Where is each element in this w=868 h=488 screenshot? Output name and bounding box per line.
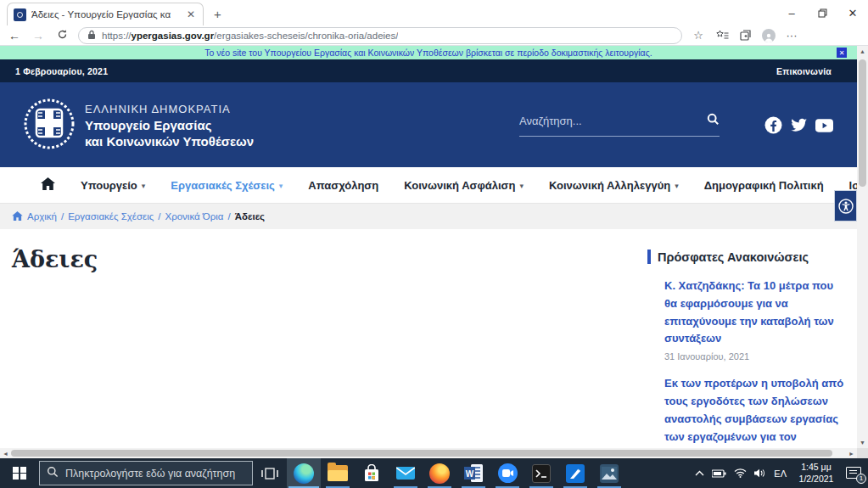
sidebar-heading: Πρόσφατες Ανακοινώσεις xyxy=(647,250,851,264)
windows-logo-icon xyxy=(13,467,26,480)
battery-icon[interactable] xyxy=(712,469,726,478)
restore-button[interactable] xyxy=(807,0,837,25)
add-favorite-icon[interactable]: ☆ xyxy=(691,28,706,43)
snip-sketch-icon xyxy=(566,464,585,483)
back-button[interactable]: ← xyxy=(7,29,22,42)
windows-taskbar: W xyxy=(0,458,868,488)
start-button[interactable] xyxy=(0,458,39,488)
taskbar-app-edge[interactable] xyxy=(287,458,321,488)
breadcrumb-link-chronika-oria[interactable]: Χρονικά Όρια xyxy=(165,211,223,222)
breadcrumb-home-icon[interactable] xyxy=(12,211,23,222)
banner-text: Το νέο site του Υπουργείου Εργασίας και … xyxy=(204,48,652,58)
nav-item-apascholisi[interactable]: Απασχόληση xyxy=(308,179,378,192)
profile-avatar[interactable] xyxy=(762,29,776,42)
taskbar-app-word[interactable]: W xyxy=(456,458,490,488)
taskbar-app-photos[interactable] xyxy=(592,458,626,488)
scroll-left-icon[interactable]: ◄ xyxy=(0,448,11,458)
vertical-scrollbar[interactable]: ▲ ▼ xyxy=(857,46,868,448)
home-icon[interactable] xyxy=(41,177,55,194)
taskbar-app-file-explorer[interactable] xyxy=(321,458,355,488)
nav-item-koinoniki-allilegyi[interactable]: Κοινωνική Αλληλεγγύη xyxy=(549,179,679,192)
tray-chevron-icon[interactable] xyxy=(695,470,704,476)
announcement-link[interactable]: Κ. Χατζηδάκης: Τα 10 μέτρα που θα εφαρμό… xyxy=(664,278,846,348)
clock-date: 1/2/2021 xyxy=(794,474,838,485)
minimize-button[interactable]: – xyxy=(776,0,807,25)
taskbar-search-icon xyxy=(47,466,59,481)
browser-toolbar: ← → https://ypergasias.gov.gr/ergasiakes… xyxy=(0,25,868,46)
search-icon[interactable] xyxy=(707,113,720,129)
scroll-down-icon[interactable]: ▼ xyxy=(857,437,868,448)
ministry-name-line1: Υπουργείο Εργασίας xyxy=(85,117,254,134)
greek-coat-of-arms-logo[interactable] xyxy=(22,97,76,154)
nav-item-ypourgeio[interactable]: Υπουργείο xyxy=(81,179,145,192)
main-content: Άδειες Πρόσφατες Ανακοινώσεις Κ. Χατζηδά… xyxy=(0,229,857,448)
collections-icon[interactable] xyxy=(738,28,753,43)
taskbar-app-store[interactable] xyxy=(355,458,389,488)
clock-time: 1:45 μμ xyxy=(794,462,838,473)
sidebar-accent-bar xyxy=(647,250,651,264)
language-indicator[interactable]: ΕΛ xyxy=(774,468,787,479)
breadcrumb: Αρχική / Εργασιακές Σχέσεις / Χρονικά Όρ… xyxy=(0,204,857,229)
nav-item-ergasiakes-scheseis[interactable]: Εργασιακές Σχέσεις xyxy=(171,179,283,192)
nav-item-dimografiki-politiki[interactable]: Δημογραφική Πολιτική xyxy=(704,179,824,192)
clock[interactable]: 1:45 μμ 1/2/2021 xyxy=(794,462,838,484)
site-search[interactable] xyxy=(519,113,720,137)
taskbar-app-snip-sketch[interactable] xyxy=(558,458,592,488)
test-site-banner: Το νέο site του Υπουργείου Εργασίας και … xyxy=(0,46,857,59)
lock-icon xyxy=(87,28,96,43)
task-view-button[interactable] xyxy=(253,458,287,488)
favorites-bar-icon[interactable] xyxy=(714,28,730,43)
site-header: ΕΛΛΗΝΙΚΗ ΔΗΜΟΚΡΑΤΙΑ Υπουργείο Εργασίας κ… xyxy=(0,82,857,167)
mail-icon xyxy=(396,466,415,480)
banner-close-icon[interactable]: ✕ xyxy=(837,48,847,58)
page-viewport: Το νέο site του Υπουργείου Εργασίας και … xyxy=(0,46,857,448)
settings-menu-icon[interactable]: ··· xyxy=(784,28,799,43)
vertical-scroll-thumb[interactable] xyxy=(859,59,866,187)
taskbar-app-zoom[interactable] xyxy=(490,458,524,488)
taskbar-app-firefox[interactable] xyxy=(423,458,456,488)
scrollbar-corner xyxy=(857,448,868,458)
tab-close-icon[interactable]: ✕ xyxy=(185,8,197,20)
new-tab-button[interactable]: + xyxy=(214,7,221,21)
breadcrumb-link-ergasiakes[interactable]: Εργασιακές Σχέσεις xyxy=(68,211,154,222)
main-navigation: Υπουργείο Εργασιακές Σχέσεις Απασχόληση … xyxy=(0,167,857,204)
announcement-link[interactable]: Εκ των προτέρων η υποβολή από τους εργοδ… xyxy=(664,375,846,448)
browser-titlebar: Άδειες - Υπουργείο Εργασίας κα ✕ + – ✕ xyxy=(0,0,868,25)
taskbar-search-input[interactable] xyxy=(65,468,245,480)
announcement-item: Κ. Χατζηδάκης: Τα 10 μέτρα που θα εφαρμό… xyxy=(664,278,846,362)
firefox-icon xyxy=(429,463,450,484)
recent-announcements-sidebar: Πρόσφατες Ανακοινώσεις Κ. Χατζηδάκης: Τα… xyxy=(647,250,851,448)
scroll-right-icon[interactable]: ► xyxy=(846,448,857,458)
hellenic-republic-label: ΕΛΛΗΝΙΚΗ ΔΗΜΟΚΡΑΤΙΑ xyxy=(85,103,254,117)
twitter-icon[interactable] xyxy=(790,116,808,134)
horizontal-scroll-thumb[interactable] xyxy=(11,450,832,457)
photos-icon xyxy=(600,464,619,483)
refresh-button[interactable] xyxy=(54,29,70,42)
topbar-date: 1 Φεβρουαρίου, 2021 xyxy=(15,66,108,76)
site-search-input[interactable] xyxy=(519,115,707,127)
browser-tab[interactable]: Άδειες - Υπουργείο Εργασίας κα ✕ xyxy=(7,3,204,25)
breadcrumb-separator: / xyxy=(61,211,64,222)
breadcrumb-separator: / xyxy=(158,211,160,222)
ministry-name-line2: και Κοινωνικών Υποθέσεων xyxy=(85,133,254,150)
scroll-up-icon[interactable]: ▲ xyxy=(857,46,868,57)
address-bar[interactable]: https://ypergasias.gov.gr/ergasiakes-sch… xyxy=(78,27,682,44)
taskbar-search[interactable] xyxy=(39,461,253,485)
close-window-button[interactable]: ✕ xyxy=(837,0,868,25)
sidebar-title: Πρόσφατες Ανακοινώσεις xyxy=(658,250,809,264)
announcement-item: Εκ των προτέρων η υποβολή από τους εργοδ… xyxy=(664,375,846,448)
youtube-icon[interactable] xyxy=(815,116,833,134)
action-center-icon[interactable]: 1 xyxy=(846,467,863,480)
forward-button[interactable]: → xyxy=(31,29,46,42)
breadcrumb-link-archiki[interactable]: Αρχική xyxy=(27,211,57,222)
horizontal-scrollbar[interactable]: ◄ ► xyxy=(0,448,857,458)
accessibility-button[interactable] xyxy=(834,190,857,222)
volume-icon[interactable] xyxy=(754,468,766,478)
facebook-icon[interactable] xyxy=(764,116,782,134)
site-topbar: 1 Φεβρουαρίου, 2021 Επικοινωνία xyxy=(0,59,857,82)
taskbar-app-mail[interactable] xyxy=(389,458,423,488)
wifi-icon[interactable] xyxy=(734,468,747,478)
taskbar-app-terminal[interactable] xyxy=(524,458,558,488)
contact-link[interactable]: Επικοινωνία xyxy=(776,66,832,76)
nav-item-koinoniki-asfalisi[interactable]: Κοινωνική Ασφάλιση xyxy=(404,179,524,192)
